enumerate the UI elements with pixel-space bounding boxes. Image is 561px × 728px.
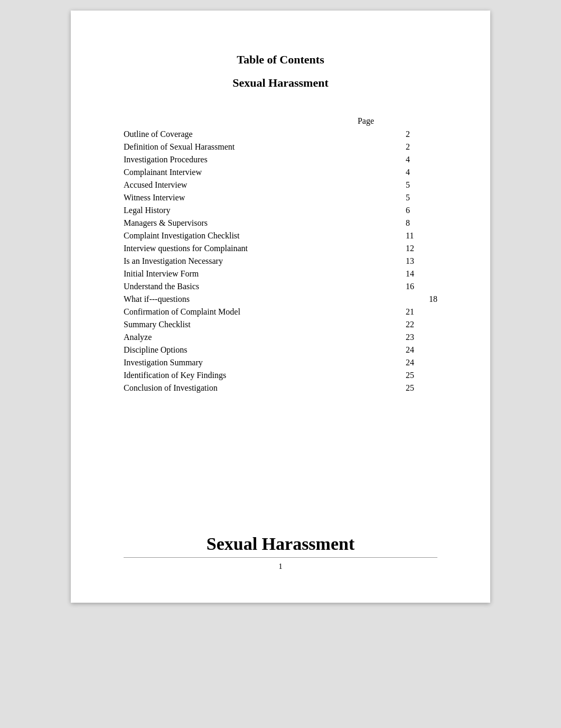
toc-item: Legal History 6	[124, 204, 437, 217]
toc-item-label: Is an Investigation Necessary	[124, 256, 395, 266]
toc-item-label: Investigation Summary	[124, 358, 395, 367]
toc-item-label: Complaint Investigation Checklist	[124, 231, 395, 241]
toc-item: Definition of Sexual Harassment 2	[124, 141, 437, 153]
toc-item: Accused Interview 5	[124, 179, 437, 191]
toc-item-label: What if---questions	[124, 294, 395, 304]
toc-item-label: Conclusion of Investigation	[124, 383, 395, 393]
toc-item-label: Outline of Coverage	[124, 130, 395, 139]
toc-item-page: 25	[395, 371, 437, 380]
toc-item-label: Managers & Supervisors	[124, 218, 395, 228]
toc-item: Initial Interview Form 14	[124, 268, 437, 280]
toc-item: Outline of Coverage 2	[124, 128, 437, 141]
toc-item-label: Complainant Interview	[124, 168, 395, 177]
toc-item-label: Analyze	[124, 333, 395, 342]
toc-item: Complainant Interview 4	[124, 166, 437, 179]
toc-item: Is an Investigation Necessary 13	[124, 255, 437, 268]
toc-item-label: Legal History	[124, 206, 395, 215]
toc-item-what-if: What if---questions 18	[124, 293, 437, 306]
toc-item: Identification of Key Findings 25	[124, 369, 437, 382]
toc-item-page: 14	[395, 269, 437, 279]
toc-item: Conclusion of Investigation 25	[124, 382, 437, 394]
bottom-divider	[124, 557, 437, 558]
toc-item-page: 2	[395, 130, 437, 139]
toc-item-page: 22	[395, 320, 437, 329]
toc-item-label: Discipline Options	[124, 345, 395, 355]
toc-item: Investigation Procedures 4	[124, 153, 437, 166]
toc-item-page: 11	[395, 231, 437, 241]
toc-item: Discipline Options 24	[124, 344, 437, 356]
toc-item-page: 13	[395, 256, 437, 266]
toc-item-page: 21	[395, 307, 437, 317]
toc-item-page: 18	[395, 294, 437, 304]
toc-item-page: 5	[395, 180, 437, 190]
toc-subtitle: Sexual Harassment	[124, 76, 437, 90]
bottom-page-number: 1	[124, 562, 437, 571]
toc-item-page: 4	[395, 155, 437, 164]
toc-item-label: Witness Interview	[124, 193, 395, 202]
toc-item-page: 5	[395, 193, 437, 202]
toc-item: Confirmation of Complaint Model 21	[124, 306, 437, 318]
page-column-header: Page	[358, 116, 374, 126]
toc-item-label: Definition of Sexual Harassment	[124, 142, 395, 152]
toc-item: Investigation Summary 24	[124, 356, 437, 369]
toc-item-page: 24	[395, 345, 437, 355]
toc-item-page: 4	[395, 168, 437, 177]
toc-item-label: Interview questions for Complainant	[124, 244, 395, 253]
toc-item-page: 23	[395, 333, 437, 342]
toc-header: Page	[124, 116, 437, 126]
toc-item-label: Confirmation of Complaint Model	[124, 307, 395, 317]
toc-item-page: 12	[395, 244, 437, 253]
toc-item-label: Summary Checklist	[124, 320, 395, 329]
toc-item-page: 24	[395, 358, 437, 367]
toc-item-page: 2	[395, 142, 437, 152]
toc-item-label: Identification of Key Findings	[124, 371, 395, 380]
bottom-section: Sexual Harassment 1	[124, 502, 437, 571]
bottom-title: Sexual Harassment	[124, 534, 437, 554]
toc-item: Interview questions for Complainant 12	[124, 242, 437, 255]
toc-item-label: Investigation Procedures	[124, 155, 395, 164]
toc-item: Analyze 23	[124, 331, 437, 344]
toc-item-page: 25	[395, 383, 437, 393]
toc-item-page: 8	[395, 218, 437, 228]
toc-item: Managers & Supervisors 8	[124, 217, 437, 229]
toc-item: Witness Interview 5	[124, 191, 437, 204]
toc-item-label: Accused Interview	[124, 180, 395, 190]
document-page: Table of Contents Sexual Harassment Page…	[71, 11, 490, 603]
toc-container: Page Outline of Coverage 2 Definition of…	[124, 116, 437, 394]
toc-item-label: Understand the Basics	[124, 282, 395, 291]
toc-item: Summary Checklist 22	[124, 318, 437, 331]
toc-item-page: 16	[395, 282, 437, 291]
toc-item: Understand the Basics 16	[124, 280, 437, 293]
toc-title: Table of Contents	[124, 53, 437, 67]
toc-item: Complaint Investigation Checklist 11	[124, 229, 437, 242]
toc-item-page: 6	[395, 206, 437, 215]
toc-item-label: Initial Interview Form	[124, 269, 395, 279]
